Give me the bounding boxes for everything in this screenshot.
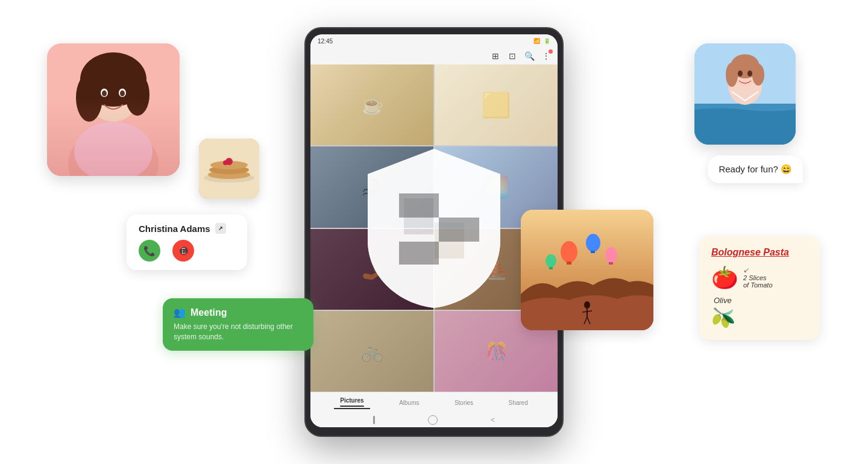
caller-name: Christina Adams ↗ xyxy=(139,223,235,234)
accept-call-button[interactable]: 📞 xyxy=(139,240,160,262)
home-button[interactable] xyxy=(428,415,438,425)
svg-point-26 xyxy=(738,71,743,77)
svg-point-10 xyxy=(120,90,125,96)
svg-point-3 xyxy=(74,122,153,176)
photo-cell-1[interactable] xyxy=(310,64,433,145)
beach-selfie-photo xyxy=(694,43,796,145)
svg-point-30 xyxy=(561,241,577,263)
message-bubble: Ready for fun? 😄 xyxy=(708,155,803,183)
decline-call-button[interactable]: 📵 xyxy=(172,240,194,262)
tab-stories[interactable]: Stories xyxy=(448,398,479,407)
svg-point-5 xyxy=(76,74,102,122)
tomato-icon: 🍅 xyxy=(711,267,738,289)
signal-icon: 📶 xyxy=(533,38,540,44)
meeting-description: Make sure you're not disturbing other sy… xyxy=(174,322,303,342)
meeting-people-icon: 👥 xyxy=(174,307,186,318)
svg-point-24 xyxy=(726,63,738,87)
profile-photo-image xyxy=(47,43,180,176)
svg-rect-33 xyxy=(591,251,595,253)
recipe-olive-section: Olive 🫒 xyxy=(711,296,735,329)
recipe-title: Bolognese Pasta xyxy=(711,247,808,258)
call-notification: Christina Adams ↗ 📞 📵 xyxy=(127,215,247,270)
multitask-icon[interactable] xyxy=(373,416,375,424)
meeting-title: 👥 Meeting xyxy=(174,307,303,318)
photo-cell-2[interactable] xyxy=(435,64,558,145)
tab-albums[interactable]: Albums xyxy=(393,398,425,407)
back-button[interactable]: < xyxy=(491,416,495,424)
screenshot-icon[interactable]: ⊡ xyxy=(507,51,518,61)
svg-point-32 xyxy=(586,234,600,252)
meeting-notification: 👥 Meeting Make sure you're not disturbin… xyxy=(163,298,313,351)
call-link-icon: ↗ xyxy=(215,223,226,234)
power-button[interactable] xyxy=(562,125,564,155)
tab-pictures[interactable]: Pictures xyxy=(334,396,370,409)
pancakes-photo xyxy=(199,139,259,199)
svg-point-2 xyxy=(68,128,159,176)
photo-toolbar: ⊞ ⊡ 🔍 ⋮ xyxy=(310,48,558,64)
home-bar: < xyxy=(310,412,558,427)
pancakes-image xyxy=(199,139,259,199)
svg-point-34 xyxy=(605,247,617,263)
recipe-card: Bolognese Pasta 🍅 ↙ 2 Slicesof Tomato Ol… xyxy=(699,236,820,340)
svg-point-27 xyxy=(747,71,752,77)
status-bar: 12:45 📶 🔋 xyxy=(310,34,558,48)
bottom-tabs: Pictures Albums Stories Shared xyxy=(310,392,558,412)
battery-icon: 🔋 xyxy=(544,38,550,44)
svg-point-17 xyxy=(223,160,228,165)
call-actions: 📞 📵 xyxy=(139,240,235,262)
photo-cell-7[interactable] xyxy=(310,311,433,392)
svg-point-9 xyxy=(102,90,107,96)
more-icon[interactable]: ⋮ xyxy=(541,51,552,61)
svg-point-36 xyxy=(546,254,556,268)
status-time: 12:45 xyxy=(318,38,333,45)
profile-photo xyxy=(47,43,180,176)
recipe-content: 🍅 ↙ 2 Slicesof Tomato Olive 🫒 xyxy=(711,266,808,329)
tomato-label: 2 Slicesof Tomato xyxy=(743,274,773,289)
svg-point-25 xyxy=(752,64,764,86)
recipe-tomato-section: 🍅 ↙ 2 Slicesof Tomato xyxy=(711,266,773,289)
balloon-landscape-photo xyxy=(521,210,653,330)
olive-icon: 🫒 xyxy=(711,306,735,329)
beach-selfie-image xyxy=(694,43,796,145)
samsung-shield-logo xyxy=(356,144,512,313)
copy-icon[interactable]: ⊞ xyxy=(490,51,501,61)
svg-rect-37 xyxy=(549,267,553,269)
tab-shared[interactable]: Shared xyxy=(502,398,533,407)
svg-rect-31 xyxy=(567,262,571,265)
svg-point-6 xyxy=(125,74,149,116)
svg-point-38 xyxy=(584,301,590,309)
message-text: Ready for fun? 😄 xyxy=(719,164,792,174)
svg-rect-35 xyxy=(609,262,613,265)
balloon-landscape-image xyxy=(521,210,653,330)
olive-label: Olive xyxy=(714,296,732,305)
search-icon[interactable]: 🔍 xyxy=(524,51,535,61)
